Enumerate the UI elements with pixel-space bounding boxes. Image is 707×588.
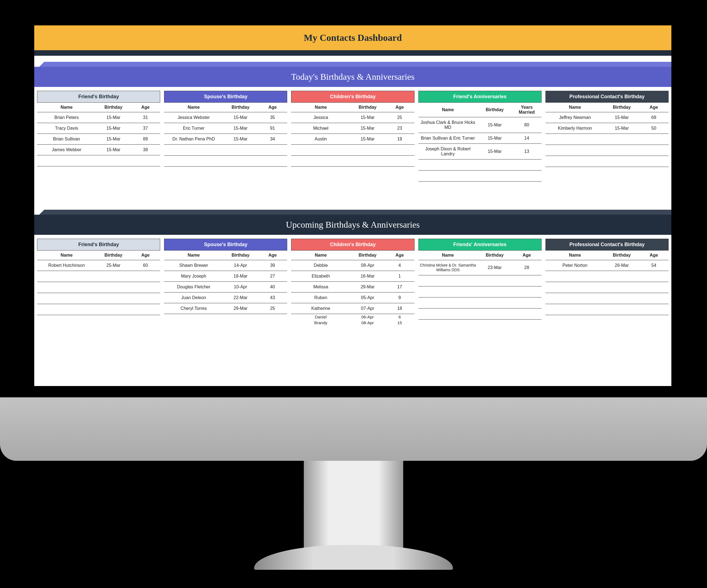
cell-date: 25-Mar <box>96 260 131 271</box>
table-row-empty <box>291 156 414 167</box>
cell-name: Elizabeth <box>291 271 350 282</box>
table-row: Ruben05-Apr9 <box>291 292 414 303</box>
cell-name: Jessica <box>291 112 350 123</box>
cell-name: Jeffrey Newman <box>545 112 605 123</box>
panel-prof-upcoming: Professional Contact's Birthday NameBirt… <box>545 239 669 326</box>
table-row-empty <box>545 145 669 156</box>
cell-value: 23 <box>385 123 414 134</box>
table-row: Peter Norton26-Mar54 <box>545 260 669 271</box>
cell-value: 80 <box>512 117 542 133</box>
cell-value: 68 <box>639 112 669 123</box>
cell-value: 6 <box>385 314 414 320</box>
cell-name: Dr. Nathan Pena PhD <box>164 134 223 145</box>
cell-date: 16-Mar <box>350 271 385 282</box>
table-row: Jessica15-Mar25 <box>291 112 414 123</box>
table-row-empty <box>545 282 669 293</box>
panel-header: Professional Contact's Birthday <box>545 239 669 251</box>
cell-name: Ruben <box>291 292 350 303</box>
table-row: Dr. Nathan Pena PhD15-Mar34 <box>164 134 287 145</box>
cell-name: Jessica Webster <box>164 112 223 123</box>
table-row: James Webber15-Mar38 <box>37 145 160 155</box>
table-row: Tracy Davis15-Mar37 <box>37 123 160 134</box>
panel-prof-today: Professional Contact's Birthday NameBirt… <box>545 91 669 182</box>
table-row: Jessica Webster15-Mar35 <box>164 112 287 123</box>
panel-header: Children's Birthday <box>291 239 414 251</box>
panel-spouse-today: Spouse's Birthday NameBirthdayAge Jessic… <box>164 91 287 182</box>
panel-anniv-today: Friend's Anniversaries NameBirthdayYears… <box>418 91 542 182</box>
cell-value: 27 <box>258 271 287 282</box>
table-spouse-upcoming: NameBirthdayAge Shawn Brewer14-Apr39Mary… <box>164 251 287 314</box>
table-friend-upcoming: NameBirthdayAge Robert Hutchinson25-Mar6… <box>37 251 160 315</box>
cell-date: 15-Mar <box>350 112 385 123</box>
cell-value: 25 <box>258 303 287 314</box>
section-today-header: Today's Birthdays & Anniversaries <box>34 67 671 87</box>
cell-name: Tracy Davis <box>37 123 96 134</box>
cell-date: 06-Apr <box>350 314 385 320</box>
cell-value: 13 <box>512 144 542 159</box>
table-prof-upcoming: NameBirthdayAge Peter Norton26-Mar54 <box>545 251 669 315</box>
table-row: Daniel06-Apr6 <box>291 314 414 320</box>
cell-date: 15-Mar <box>350 123 385 134</box>
cell-date: 07-Apr <box>350 303 385 314</box>
table-row: Michael15-Mar23 <box>291 123 414 134</box>
table-row-empty <box>164 156 287 167</box>
panel-friend-today: Friend's Birthday NameBirthdayAge Brian … <box>37 91 160 182</box>
panel-header: Children's Birthday <box>291 91 414 103</box>
cell-date: 18-Mar <box>223 271 258 282</box>
cell-name: James Webber <box>37 145 96 155</box>
cell-date: 15-Mar <box>223 134 258 145</box>
cell-name: Eric Turner <box>164 123 223 134</box>
table-row: Mary Joseph18-Mar27 <box>164 271 287 282</box>
cell-value: 50 <box>639 123 669 134</box>
cell-name: Brian Peters <box>37 112 96 123</box>
cell-name: Joseph Dixon & Robert Landry <box>418 144 477 159</box>
table-row: Brian Peters15-Mar31 <box>37 112 160 123</box>
cell-name: Mary Joseph <box>164 271 223 282</box>
table-row-empty <box>545 293 669 304</box>
cell-value: 19 <box>385 134 414 145</box>
cell-date: 15-Mar <box>96 145 131 155</box>
table-row-empty <box>37 271 160 282</box>
cell-date: 29-Mar <box>350 282 385 292</box>
cell-value: 89 <box>131 134 160 145</box>
table-row: Juan Deleon22-Mar43 <box>164 292 287 303</box>
cell-value: 38 <box>131 145 160 155</box>
cell-date: 22-Mar <box>223 292 258 303</box>
cell-date: 15-Mar <box>477 144 512 159</box>
table-row: Eric Turner15-Mar91 <box>164 123 287 134</box>
cell-value: 17 <box>385 282 414 292</box>
cell-date: 15-Mar <box>223 123 258 134</box>
table-row-empty <box>37 155 160 167</box>
table-row-empty <box>164 145 287 156</box>
cell-date: 08-Apr <box>350 260 385 271</box>
cell-date: 10-Apr <box>223 282 258 292</box>
cell-name: Cheryl Torres <box>164 303 223 314</box>
cell-value: 35 <box>258 112 287 123</box>
cell-name: Daniel <box>291 314 350 320</box>
panel-header: Spouse's Birthday <box>164 91 287 103</box>
table-row-empty <box>545 304 669 315</box>
cell-name: Katherine <box>291 303 350 314</box>
table-children-upcoming: NameBirthdayAge Debbie08-Apr4Elizabeth16… <box>291 251 414 326</box>
cell-date: 26-Mar <box>605 260 639 271</box>
cell-value: 37 <box>131 123 160 134</box>
cell-name: Debbie <box>291 260 350 271</box>
table-row: Joshua Clark & Bruce Hicks MD15-Mar80 <box>418 117 542 133</box>
cell-value: 18 <box>385 303 414 314</box>
table-row-empty <box>37 304 160 315</box>
cell-value: 28 <box>512 260 542 275</box>
panel-friend-upcoming: Friend's Birthday NameBirthdayAge Robert… <box>37 239 160 326</box>
cell-name: Brian Sullivan <box>37 134 96 145</box>
cell-value: 60 <box>131 260 160 271</box>
page-title: My Contacts Dashboard <box>34 25 671 50</box>
cell-date: 23-Mar <box>477 260 512 275</box>
table-row-empty <box>418 171 542 182</box>
table-row-empty <box>545 134 669 145</box>
cell-date: 15-Mar <box>96 123 131 134</box>
panel-header: Friends' Anniversaries <box>418 239 542 251</box>
table-children-today: NameBirthdayAge Jessica15-Mar25Michael15… <box>291 103 414 167</box>
table-row-empty <box>418 297 542 308</box>
cell-date: 14-Apr <box>223 260 258 271</box>
divider <box>34 50 671 56</box>
table-row: Joseph Dixon & Robert Landry15-Mar13 <box>418 144 542 159</box>
